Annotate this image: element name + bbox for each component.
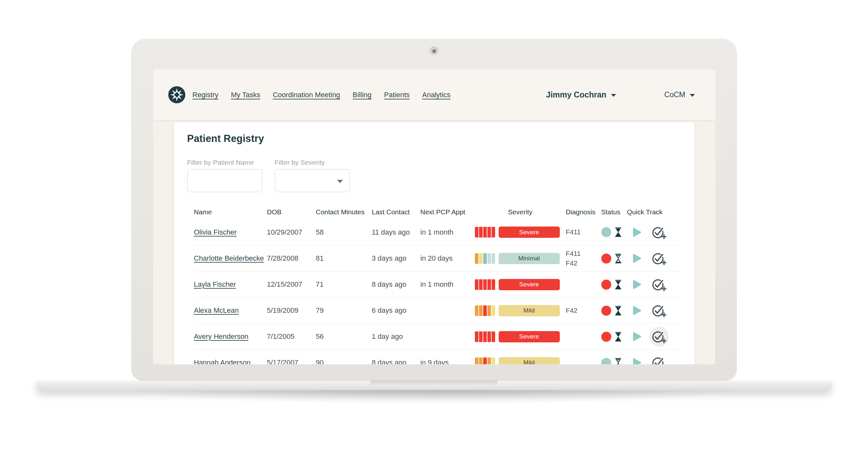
dob-cell: 7/28/2008 xyxy=(267,254,316,263)
quick-track-play-button[interactable] xyxy=(627,274,646,295)
diagnosis-code: F411 xyxy=(566,249,601,259)
nav-link-analytics[interactable]: Analytics xyxy=(422,91,451,99)
patient-name-link[interactable]: Olivia Fischer xyxy=(194,228,267,237)
col-status: Status xyxy=(601,208,627,216)
app-logo[interactable] xyxy=(168,86,185,103)
severity-segment xyxy=(483,253,487,264)
play-icon xyxy=(632,253,642,264)
quick-track-add-button[interactable] xyxy=(650,222,669,242)
hourglass-icon xyxy=(614,280,622,290)
quick-track-add-button[interactable] xyxy=(650,274,669,295)
next-pcp-appt-cell: in 9 days xyxy=(421,359,475,364)
filter-severity-label: Filter by Severity xyxy=(275,159,350,166)
patient-name-link[interactable]: Avery Henderson xyxy=(194,332,267,341)
filter-name-label: Filter by Patient Name xyxy=(187,159,262,166)
contact-minutes-cell: 90 xyxy=(316,359,372,364)
filter-name-input[interactable] xyxy=(187,169,262,192)
chevron-down-icon xyxy=(690,94,695,97)
quick-track-play-button[interactable] xyxy=(627,222,646,242)
severity-segment xyxy=(492,358,495,365)
next-pcp-appt-cell: in 20 days xyxy=(421,254,475,263)
top-nav: Registry My Tasks Coordination Meeting B… xyxy=(153,69,715,120)
status-dot xyxy=(601,253,611,264)
check-plus-icon xyxy=(652,355,666,364)
laptop-base xyxy=(35,381,833,391)
contact-minutes-cell: 71 xyxy=(316,280,372,289)
status-cell xyxy=(601,280,627,290)
severity-cell: Minimal xyxy=(475,253,566,264)
patient-name-link[interactable]: Alexa McLean xyxy=(194,306,267,315)
play-icon xyxy=(632,279,642,290)
severity-segment xyxy=(479,331,483,342)
quick-track-cell xyxy=(627,301,669,321)
severity-segment xyxy=(475,227,478,238)
col-severity: Severity xyxy=(475,208,566,216)
patient-name-link[interactable]: Charlotte Beiderbecke xyxy=(194,254,267,263)
user-menu[interactable]: Jimmy Cochran xyxy=(546,90,616,99)
quick-track-add-button[interactable] xyxy=(650,301,669,321)
quick-track-play-button[interactable] xyxy=(627,301,646,321)
filter-severity-select[interactable] xyxy=(275,169,350,192)
severity-cell: Severe xyxy=(475,226,566,238)
severity-segment xyxy=(487,358,491,365)
chevron-down-icon xyxy=(611,94,616,97)
user-name: Jimmy Cochran xyxy=(546,90,607,99)
dob-cell: 10/29/2007 xyxy=(267,228,316,237)
severity-segment xyxy=(479,305,483,316)
severity-segment xyxy=(483,331,487,342)
status-cell xyxy=(601,358,627,365)
severity-cell: Mild xyxy=(475,305,566,316)
nav-link-billing[interactable]: Billing xyxy=(352,91,372,99)
severity-segment xyxy=(483,279,487,290)
quick-track-play-button[interactable] xyxy=(627,327,646,346)
quick-track-add-button[interactable] xyxy=(650,353,669,364)
quick-track-play-button[interactable] xyxy=(627,248,646,268)
severity-history-bar xyxy=(475,331,495,342)
content-area: Patient Registry Filter by Patient Name … xyxy=(153,120,715,364)
patient-table: Name DOB Contact Minutes Last Contact Ne… xyxy=(187,205,681,364)
check-plus-icon xyxy=(652,225,666,240)
diagnosis-cell: F411F42 xyxy=(566,249,601,268)
patient-name-link[interactable]: Layla Fischer xyxy=(194,280,267,289)
nav-link-my-tasks[interactable]: My Tasks xyxy=(231,91,260,99)
severity-segment xyxy=(492,331,495,342)
org-menu[interactable]: CoCM xyxy=(664,90,695,99)
page-background: Registry My Tasks Coordination Meeting B… xyxy=(0,0,868,455)
nav-link-coordination-meeting[interactable]: Coordination Meeting xyxy=(273,91,340,99)
table-row: Charlotte Beiderbecke 7/28/2008 81 3 day… xyxy=(194,245,681,271)
severity-badge: Severe xyxy=(499,331,560,342)
nav-link-registry[interactable]: Registry xyxy=(192,91,218,99)
severity-history-bar xyxy=(475,253,495,264)
hourglass-icon xyxy=(614,253,622,264)
contact-minutes-cell: 79 xyxy=(316,306,372,315)
col-name: Name xyxy=(194,208,267,216)
nav-right: Jimmy Cochran CoCM xyxy=(546,90,695,99)
last-contact-cell: 8 days ago xyxy=(372,359,421,364)
quick-track-add-button[interactable] xyxy=(650,327,669,346)
quick-track-cell xyxy=(627,248,669,268)
hourglass-icon xyxy=(614,227,622,237)
severity-badge: Mild xyxy=(499,357,560,365)
severity-badge: Severe xyxy=(499,279,560,290)
dob-cell: 5/17/2007 xyxy=(267,359,316,364)
table-header: Name DOB Contact Minutes Last Contact Ne… xyxy=(194,205,681,219)
status-dot xyxy=(601,332,611,342)
severity-history-bar xyxy=(475,279,495,290)
quick-track-add-button[interactable] xyxy=(650,248,669,268)
patient-name-link[interactable]: Hannah Anderson xyxy=(194,359,267,364)
severity-segment xyxy=(479,253,483,264)
severity-segment xyxy=(475,331,478,342)
severity-cell: Severe xyxy=(475,279,566,290)
severity-badge: Minimal xyxy=(499,253,560,264)
play-icon xyxy=(632,358,642,364)
severity-segment xyxy=(492,227,495,238)
quick-track-cell xyxy=(627,353,669,364)
quick-track-cell xyxy=(627,222,669,242)
nav-link-patients[interactable]: Patients xyxy=(384,91,410,99)
quick-track-play-button[interactable] xyxy=(627,353,646,364)
severity-segment xyxy=(483,227,487,238)
chevron-down-icon xyxy=(337,180,343,183)
play-icon xyxy=(632,227,642,238)
severity-segment xyxy=(492,305,495,316)
diagnosis-code: F42 xyxy=(566,306,601,315)
